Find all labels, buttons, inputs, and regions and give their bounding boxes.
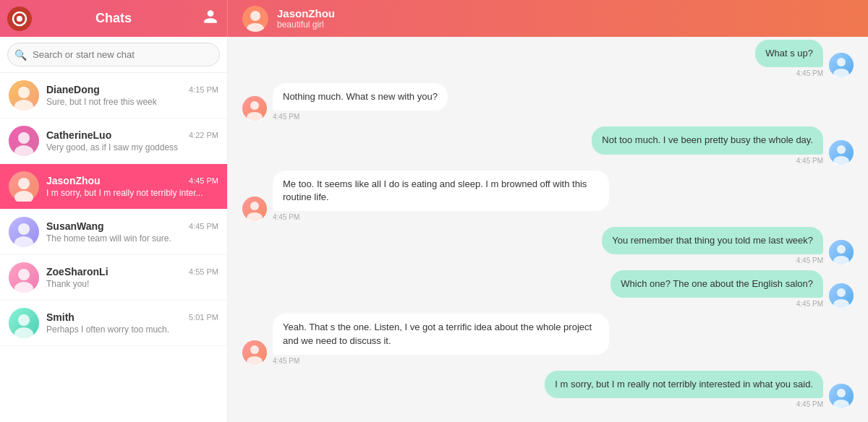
chat-name-diane: DianeDong <box>46 84 100 95</box>
msg-wrap-m4: Me too. It seems like all I do is eating… <box>273 171 609 221</box>
msg-time-m5: 4:45 PM <box>796 257 823 264</box>
msg-time-m1: 4:45 PM <box>796 69 823 77</box>
chat-preview-diane: Sure, but I not free this week <box>46 97 218 107</box>
msg-time-m8: 4:45 PM <box>796 400 823 408</box>
chat-name-zoe: ZoeSharonLi <box>46 266 109 277</box>
search-input[interactable] <box>7 43 220 66</box>
message-row-m5: You remember that thing you told me last… <box>242 227 854 264</box>
avatar-jason <box>9 171 39 202</box>
msg-bubble-m7: Yeah. That s the one. Listen, I ve got a… <box>273 314 609 354</box>
avatar-susan <box>9 217 39 247</box>
search-bar: 🔍 <box>0 37 227 73</box>
svg-point-1 <box>17 16 22 22</box>
chat-info-zoe: ZoeSharonLi 4:55 PM Thank you! <box>46 266 218 289</box>
msg-bubble-m4: Me too. It seems like all I do is eating… <box>273 171 609 211</box>
msg-wrap-m3: Not too much. I ve been pretty busy the … <box>592 126 823 164</box>
chat-name-smith: Smith <box>46 311 75 323</box>
chat-time-jason: 4:45 PM <box>189 176 218 185</box>
chat-item-diane[interactable]: DianeDong 4:15 PM Sure, but I not free t… <box>0 73 227 119</box>
avatar-diane <box>9 80 39 111</box>
svg-point-3 <box>250 11 260 21</box>
chat-preview-smith: Perhaps I often worry too much. <box>46 324 218 335</box>
chat-name-susan: SusanWang <box>46 220 104 232</box>
msg-time-m4: 4:45 PM <box>273 213 299 221</box>
svg-point-21 <box>18 314 30 326</box>
chat-item-zoe[interactable]: ZoeSharonLi 4:55 PM Thank you! <box>0 255 227 301</box>
msg-bubble-m3: Not too much. I ve been pretty busy the … <box>592 126 823 154</box>
message-row-m4: Me too. It seems like all I do is eating… <box>242 171 854 221</box>
msg-time-m2: 4:45 PM <box>273 113 299 121</box>
chat-info-catherine: CatherineLuo 4:22 PM Very good, as if I … <box>46 129 218 152</box>
chat-time-catherine: 4:22 PM <box>189 131 218 139</box>
msg-avatar-m5 <box>829 240 854 264</box>
chat-preview-jason: I m sorry, but I m really not terribly i… <box>46 188 218 198</box>
chat-info-smith: Smith 5:01 PM Perhaps I often worry too … <box>46 311 218 335</box>
msg-avatar-m4 <box>242 197 267 221</box>
sidebar: 🔍 DianeDong 4:15 PM Sure, but I not free… <box>0 37 228 422</box>
svg-point-36 <box>837 245 846 254</box>
avatar-smith <box>9 308 39 338</box>
chat-info-diane: DianeDong 4:15 PM Sure, but I not free t… <box>46 84 218 107</box>
chat-preview-zoe: Thank you! <box>46 279 218 289</box>
svg-point-33 <box>250 202 259 210</box>
new-chat-icon[interactable] <box>203 9 218 28</box>
msg-wrap-m1: What s up? 4:45 PM <box>755 40 823 77</box>
svg-point-9 <box>18 132 30 144</box>
app-header: Chats JasonZhou beautiful girl <box>0 0 868 37</box>
chat-item-catherine[interactable]: CatherineLuo 4:22 PM Very good, as if I … <box>0 119 227 164</box>
msg-bubble-m5: You remember that thing you told me last… <box>602 227 823 254</box>
msg-avatar-m2 <box>242 96 267 121</box>
msg-wrap-m2: Nothing much. What s new with you? 4:45 … <box>273 83 448 121</box>
chat-name-catherine: CatherineLuo <box>46 129 111 141</box>
svg-point-15 <box>18 223 30 235</box>
active-chat-status: beautiful girl <box>277 20 335 30</box>
svg-point-12 <box>18 178 30 189</box>
chat-item-susan[interactable]: SusanWang 4:45 PM The home team will win… <box>0 210 227 255</box>
avatar-catherine <box>9 126 39 156</box>
search-icon: 🔍 <box>14 49 27 61</box>
msg-bubble-m1: What s up? <box>755 40 823 67</box>
main-content: 🔍 DianeDong 4:15 PM Sure, but I not free… <box>0 37 868 422</box>
svg-point-45 <box>837 389 846 397</box>
chat-preview-catherine: Very good, as if I saw my goddess <box>46 142 218 152</box>
chat-info-jason: JasonZhou 4:45 PM I m sorry, but I m rea… <box>46 175 218 198</box>
svg-point-6 <box>18 87 30 98</box>
app-logo <box>7 7 32 31</box>
msg-avatar-m3 <box>829 140 854 165</box>
message-row-m2: Nothing much. What s new with you? 4:45 … <box>242 83 854 121</box>
chat-time-smith: 5:01 PM <box>189 313 218 322</box>
msg-wrap-m6: Which one? The one about the English sal… <box>610 270 823 308</box>
chat-item-jason[interactable]: JasonZhou 4:45 PM I m sorry, but I m rea… <box>0 164 227 210</box>
svg-point-27 <box>250 101 259 110</box>
msg-time-m7: 4:45 PM <box>273 357 299 365</box>
avatar-zoe <box>9 262 39 293</box>
msg-bubble-m8: I m sorry, but I m really not terribly i… <box>545 371 823 398</box>
chat-info-susan: SusanWang 4:45 PM The home team will win… <box>46 220 218 244</box>
msg-time-m3: 4:45 PM <box>796 157 823 165</box>
svg-point-42 <box>250 345 259 354</box>
app-title: Chats <box>95 11 132 26</box>
svg-point-18 <box>18 269 30 280</box>
chat-time-diane: 4:15 PM <box>189 85 218 94</box>
msg-bubble-m6: Which one? The one about the English sal… <box>610 270 823 298</box>
msg-time-m6: 4:45 PM <box>796 300 823 308</box>
msg-avatar-m6 <box>829 283 854 308</box>
svg-point-30 <box>837 145 846 154</box>
chat-name-jason: JasonZhou <box>46 175 101 186</box>
msg-avatar-m8 <box>829 384 854 408</box>
msg-wrap-m8: I m sorry, but I m really not terribly i… <box>545 371 823 408</box>
message-row-m3: Not too much. I ve been pretty busy the … <box>242 126 854 164</box>
msg-avatar-m1 <box>829 53 854 77</box>
search-wrapper: 🔍 <box>7 43 220 66</box>
sidebar-header: Chats <box>0 0 228 37</box>
active-chat-name: JasonZhou <box>277 7 335 20</box>
chat-item-smith[interactable]: Smith 5:01 PM Perhaps I often worry too … <box>0 301 227 346</box>
chat-header: JasonZhou beautiful girl <box>228 0 868 37</box>
chat-list: DianeDong 4:15 PM Sure, but I not free t… <box>0 73 227 422</box>
message-row-m8: I m sorry, but I m really not terribly i… <box>242 371 854 408</box>
msg-wrap-m7: Yeah. That s the one. Listen, I ve got a… <box>273 314 609 364</box>
chat-preview-susan: The home team will win for sure. <box>46 233 218 244</box>
active-chat-avatar <box>242 6 268 32</box>
message-row-m1: What s up? 4:45 PM <box>242 40 854 77</box>
chat-time-zoe: 4:55 PM <box>189 267 218 276</box>
